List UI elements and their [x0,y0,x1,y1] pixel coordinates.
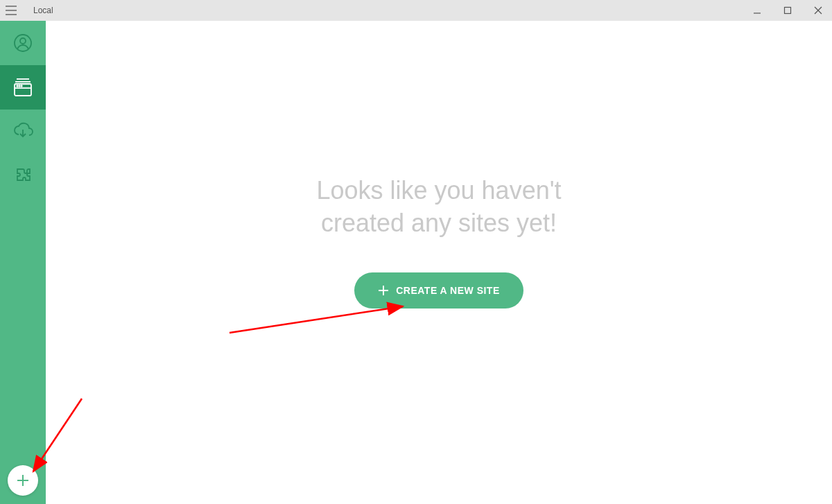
svg-point-13 [17,85,18,87]
svg-point-14 [19,85,20,87]
window-controls [749,2,826,19]
sidebar-item-connect[interactable] [0,110,46,154]
maximize-button[interactable] [779,2,796,19]
titlebar: Local [0,0,832,21]
sidebar-item-addons[interactable] [0,154,46,198]
sidebar [0,21,46,504]
empty-state-heading: Looks like you haven't created any sites… [316,175,561,240]
create-site-button[interactable]: CREATE A NEW SITE [354,272,523,309]
sites-icon [12,77,33,98]
cloud-download-icon [12,121,33,142]
svg-line-22 [229,306,403,333]
user-icon [13,33,33,53]
empty-state-line2: created any sites yet! [321,209,557,237]
app-body: Looks like you haven't created any sites… [0,21,832,504]
add-site-fab[interactable] [8,465,38,496]
sidebar-item-account[interactable] [0,21,46,65]
sidebar-item-sites[interactable] [0,65,46,110]
app-title: Local [33,6,53,15]
puzzle-icon [13,166,33,186]
svg-point-15 [21,85,22,87]
plus-icon [15,473,31,488]
plus-icon [378,285,389,296]
menu-icon[interactable] [6,6,17,15]
main-content: Looks like you haven't created any sites… [46,21,832,504]
minimize-button[interactable] [749,2,765,19]
svg-rect-4 [785,8,791,14]
titlebar-left: Local [6,6,53,15]
empty-state-line1: Looks like you haven't [316,176,561,205]
svg-point-8 [20,38,26,44]
close-button[interactable] [810,2,826,19]
create-site-button-label: CREATE A NEW SITE [396,285,500,296]
